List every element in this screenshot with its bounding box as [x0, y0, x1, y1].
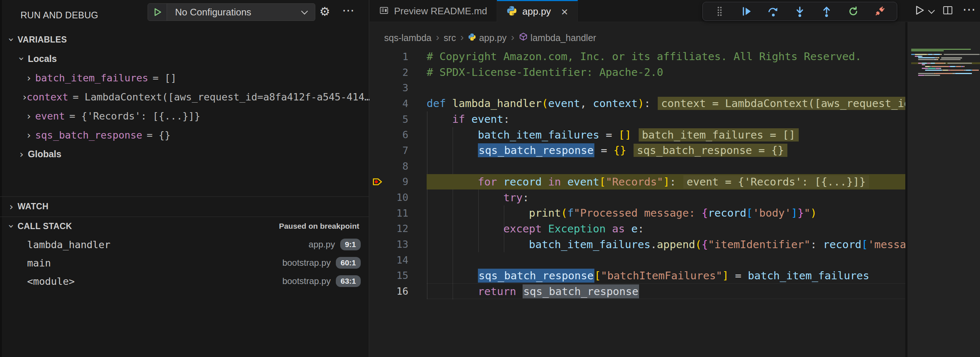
step-into-icon[interactable] [794, 5, 806, 18]
minimap-line [941, 54, 942, 55]
breadcrumb-folder[interactable]: sqs-lambda [384, 33, 431, 43]
run-and-debug-sidebar: RUN AND DEBUG No Configurations ⚙ ⋯ › VA… [0, 0, 369, 357]
debug-configurations-dropdown[interactable]: No Configurations [148, 3, 315, 21]
code-token: = [729, 269, 748, 282]
minimap-line [953, 73, 955, 74]
code-token: print [529, 207, 561, 219]
locals-tree-item[interactable]: › Locals [0, 49, 369, 68]
code-line[interactable]: 13 batch_item_failures.append({"itemIden… [369, 236, 905, 252]
variable-row[interactable]: ›batch_item_failures= [] [0, 68, 369, 87]
code-line-stopped[interactable]: 9 for record in event["Records"]:event =… [369, 174, 905, 190]
code-line-current[interactable]: 16 return sqs_batch_response [369, 283, 905, 299]
minimap-inline-value [940, 59, 960, 60]
minimap-line [911, 54, 915, 55]
chevron-expanded-icon[interactable]: › [16, 53, 27, 65]
minimap-line [911, 49, 971, 50]
debug-start-icon[interactable] [148, 4, 167, 21]
tab-label[interactable]: Preview README.md [394, 5, 487, 17]
code-token: record [823, 238, 862, 251]
code-token: f [567, 207, 573, 219]
call-stack-frame[interactable]: lambda_handlerapp.py9:1 [0, 235, 369, 253]
code-line[interactable]: 2# SPDX-License-Identifier: Apache-2.0 [369, 64, 905, 80]
call-stack-section-header[interactable]: › CALL STACK Paused on breakpoint [0, 217, 369, 235]
minimap-content [911, 48, 980, 357]
inline-debug-value: event = {'Records': [{...}]} [683, 175, 869, 188]
minimap-line [918, 59, 934, 60]
step-over-icon[interactable] [767, 5, 779, 18]
minimap-line [935, 57, 937, 58]
breakpoint-paused-icon[interactable] [369, 174, 386, 190]
restart-icon[interactable] [847, 5, 859, 18]
code-line[interactable]: 3 [369, 80, 905, 96]
more-actions-icon[interactable]: ⋯ [963, 2, 975, 17]
code-editor[interactable]: 1# Copyright Amazon.com, Inc. or its aff… [369, 47, 905, 357]
tab-preview-readme[interactable]: Preview README.md [369, 0, 497, 22]
code-token: 'message [868, 238, 905, 251]
run-python-file-icon[interactable] [913, 4, 926, 18]
run-dropdown-chevron-icon[interactable] [928, 7, 935, 14]
chevron-collapsed-icon[interactable]: › [15, 148, 28, 160]
code-token: : [644, 97, 651, 110]
split-editor-icon[interactable] [942, 5, 954, 18]
call-stack-frame[interactable]: mainbootstrap.py60:1 [0, 253, 369, 272]
code-line[interactable]: 1# Copyright Amazon.com, Inc. or its aff… [369, 49, 905, 64]
python-icon [468, 33, 476, 43]
minimap[interactable] [905, 22, 980, 357]
frame-file: bootstrap.py [282, 276, 331, 286]
code-line[interactable]: 12 except Exception as e: [369, 221, 905, 237]
line-number: 3 [386, 82, 408, 94]
gripper-icon[interactable] [713, 5, 726, 18]
disconnect-icon[interactable] [873, 5, 886, 18]
chevron-collapsed-icon[interactable]: › [23, 72, 35, 84]
code-line[interactable]: 8 [369, 158, 905, 174]
code-token: batch_item_failures [748, 269, 869, 282]
minimap-line [945, 63, 945, 64]
minimap-line [918, 63, 922, 64]
chevron-collapsed-icon[interactable]: › [23, 129, 35, 141]
breadcrumb-folder[interactable]: src [444, 33, 456, 43]
code-token: context [593, 97, 638, 110]
step-out-icon[interactable] [820, 5, 833, 18]
code-line[interactable]: 11 print(f"Processed message: {record['b… [369, 205, 905, 221]
code-line[interactable]: 5 if event: [369, 112, 905, 127]
more-actions-icon[interactable]: ⋯ [342, 3, 355, 18]
variable-name: sqs_batch_response [35, 129, 142, 141]
code-line[interactable]: 4def lambda_handler(event, context):cont… [369, 96, 905, 112]
code-token: except [504, 223, 548, 235]
tab-label[interactable]: app.py [522, 6, 551, 17]
code-line[interactable]: 7 sqs_batch_response = {}sqs_batch_respo… [369, 143, 905, 158]
continue-icon[interactable] [740, 5, 752, 18]
minimap-line [966, 70, 971, 71]
chevron-collapsed-icon[interactable]: › [23, 91, 27, 103]
code-token: append [657, 238, 695, 251]
minimap-line [925, 66, 929, 67]
settings-gear-icon[interactable]: ⚙ [319, 5, 330, 19]
breadcrumb-file[interactable]: app.py [468, 33, 506, 43]
highlighted-token: sqs_batch_response [478, 143, 594, 157]
code-token: : [638, 223, 644, 235]
code-token: lambda_handler [452, 97, 542, 110]
variables-section-header[interactable]: › VARIABLES [0, 32, 369, 47]
code-line[interactable]: 15 sqs_batch_response["batchItemFailures… [369, 268, 905, 284]
call-stack-frame[interactable]: <module>bootstrap.py63:1 [0, 272, 369, 290]
frame-position-badge: 63:1 [336, 275, 361, 287]
variable-row[interactable]: ›context= LambdaContext([aws_request_id=… [0, 87, 369, 106]
chevron-down-icon [301, 8, 308, 14]
watch-section-header[interactable]: › WATCH [0, 197, 369, 216]
close-icon[interactable]: × [561, 6, 568, 18]
code-token: } [798, 207, 804, 219]
glyph-margin [369, 49, 386, 64]
config-dropdown-label[interactable]: No Configurations [167, 6, 302, 18]
variable-row[interactable]: ›event= {'Records': [{...}]} [0, 106, 369, 125]
code-line[interactable]: 10 try: [369, 190, 905, 205]
line-number: 8 [386, 161, 408, 172]
code-line[interactable]: 6 batch_item_failures = []batch_item_fai… [369, 127, 905, 143]
tab-app-py[interactable]: app.py × [497, 0, 578, 22]
variable-name: event [35, 110, 65, 122]
code-line[interactable]: 14 [369, 252, 905, 268]
chevron-collapsed-icon[interactable]: › [23, 110, 35, 122]
breadcrumb-symbol[interactable]: lambda_handler [519, 32, 596, 43]
globals-tree-item[interactable]: › Globals [0, 144, 369, 164]
inline-debug-value: sqs_batch_response = {} [633, 144, 788, 157]
variable-row[interactable]: ›sqs_batch_response= {} [0, 125, 369, 144]
